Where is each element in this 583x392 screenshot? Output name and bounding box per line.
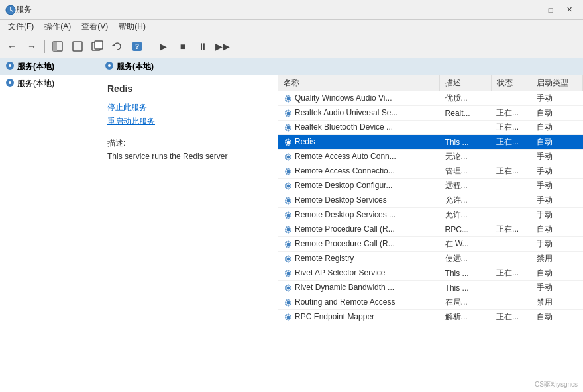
table-row[interactable]: Rivet Dynamic Bandwidth ...This ...手动 [278,281,583,295]
cell-startup: 手动 [531,91,583,106]
cell-status: 正在... [491,222,531,237]
left-panel-header: 服务(本地) [0,58,99,75]
forward-button[interactable]: → [23,37,41,56]
svg-point-16 [287,111,290,115]
services-icon [5,78,15,89]
menu-action[interactable]: 操作(A) [39,20,76,34]
table-row[interactable]: Remote Procedure Call (R...在 W...手动 [278,237,583,252]
maximize-button[interactable]: □ [542,3,559,17]
cell-desc: 在局... [440,295,492,310]
cell-service-name: Rivet AP Selector Service [278,266,440,281]
content-body: Redis 停止此服务 重启动此服务 描述: This service runs… [99,75,583,392]
show-hide-button[interactable] [48,37,67,56]
description-panel: Redis 停止此服务 重启动此服务 描述: This service runs… [99,75,278,392]
toolbar-sep-2 [150,40,150,53]
table-row[interactable]: RPC Endpoint Mapper解析...正在...自动 [278,310,583,324]
cell-startup: 自动 [531,310,583,324]
help-button[interactable]: ? [128,37,146,56]
cell-service-name: Redis [278,135,440,150]
stop-service-link[interactable]: 停止此服务 [107,102,270,113]
cell-desc: 无论... [440,150,492,164]
cell-status [491,150,531,164]
table-row[interactable]: Realtek Audio Universal Se...Realt...正在.… [278,106,583,121]
menu-help[interactable]: 帮助(H) [113,20,151,34]
toolbar-sep-1 [44,40,45,53]
table-row[interactable]: Realtek Bluetooth Device ...正在...自动 [278,121,583,135]
col-header-desc[interactable]: 描述 [440,75,492,91]
content-header: 服务(本地) [99,58,583,75]
svg-point-10 [9,64,11,67]
cell-service-name: Routing and Remote Access [278,295,440,310]
stop-button[interactable]: ■ [174,37,192,56]
svg-point-30 [287,315,290,318]
services-local-icon [5,61,15,72]
col-header-name[interactable]: 名称 [278,75,440,91]
restart-service-link[interactable]: 重启动此服务 [107,116,270,127]
description-label: 描述: [107,138,270,149]
cell-status: 正在... [491,106,531,121]
table-row[interactable]: Remote Desktop Configur...远程...手动 [278,179,583,193]
col-header-startup[interactable]: 启动类型 [531,75,583,91]
console-button[interactable] [68,37,87,56]
table-row[interactable]: RedisThis ...正在...自动 [278,135,583,150]
sidebar-item-services-local[interactable]: 服务(本地) [0,75,99,92]
cell-service-name: Rivet Dynamic Bandwidth ... [278,281,440,295]
table-row[interactable]: Remote Desktop Services ...允许...手动 [278,208,583,222]
cell-service-name: Remote Desktop Services ... [278,208,440,222]
cell-desc: 解析... [440,310,492,324]
cell-startup: 手动 [531,237,583,252]
table-row[interactable]: Remote Desktop Services允许...手动 [278,193,583,208]
window-title: 服务 [16,4,32,15]
cell-status [491,252,531,266]
cell-startup: 自动 [531,222,583,237]
table-row[interactable]: Rivet AP Selector ServiceThis ...正在...自动 [278,266,583,281]
menu-file[interactable]: 文件(F) [3,20,39,34]
table-row[interactable]: Remote Access Connectio...管理...正在...手动 [278,164,583,179]
svg-point-29 [287,301,290,304]
table-row[interactable]: Remote Procedure Call (R...RPC...正在...自动 [278,222,583,237]
menu-view[interactable]: 查看(V) [76,20,113,34]
pause-button[interactable]: ⏸ [193,37,212,56]
content-header-icon [105,61,114,72]
svg-point-23 [287,213,290,217]
resume-button[interactable]: ▶▶ [213,37,232,56]
svg-rect-3 [73,42,82,51]
col-header-status[interactable]: 状态 [491,75,531,91]
table-row[interactable]: Quality Windows Audio Vi...优质...手动 [278,91,583,106]
content-area: 服务(本地) Redis 停止此服务 重启动此服务 描述: This servi… [99,58,583,392]
cell-service-name: Remote Desktop Configur... [278,179,440,193]
cell-startup: 禁用 [531,252,583,266]
back-button[interactable]: ← [3,37,21,56]
cell-startup: 手动 [531,281,583,295]
cell-status [491,91,531,106]
start-button[interactable]: ▶ [154,37,172,56]
services-panel[interactable]: 名称 描述 状态 启动类型 Quality Windows Audio Vi..… [278,75,583,392]
cell-desc: 管理... [440,164,492,179]
svg-point-18 [287,140,290,144]
svg-point-14 [108,64,111,67]
svg-point-17 [287,126,290,129]
cell-service-name: Remote Access Connectio... [278,164,440,179]
cell-startup: 自动 [531,106,583,121]
watermark: CS驱动ysgncs [535,380,578,389]
new-window-button[interactable] [88,37,107,56]
close-button[interactable]: ✕ [560,3,578,17]
table-header-row: 名称 描述 状态 启动类型 [278,75,583,91]
cell-startup: 自动 [531,121,583,135]
svg-point-20 [287,170,290,173]
cell-startup: 手动 [531,193,583,208]
table-row[interactable]: Routing and Remote Access在局...禁用 [278,295,583,310]
cell-startup: 手动 [531,179,583,193]
cell-desc [440,121,492,135]
cell-status: 正在... [491,121,531,135]
cell-status [491,208,531,222]
refresh-button[interactable] [108,37,127,56]
cell-desc: RPC... [440,222,492,237]
table-row[interactable]: Remote Access Auto Conn...无论...手动 [278,150,583,164]
svg-text:?: ? [135,43,139,50]
svg-point-27 [287,271,290,275]
minimize-button[interactable]: — [523,3,541,17]
table-row[interactable]: Remote Registry使远...禁用 [278,252,583,266]
cell-status [491,193,531,208]
selected-service-name: Redis [107,83,270,94]
